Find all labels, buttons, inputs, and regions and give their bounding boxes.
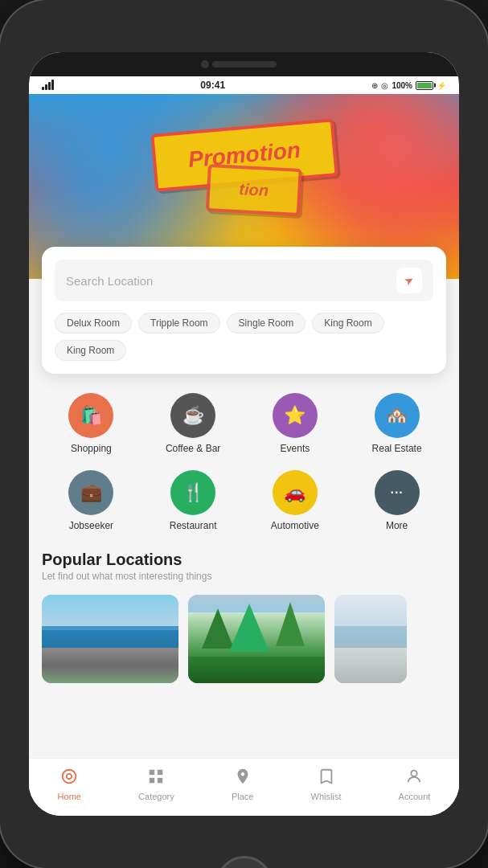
category-real-estate[interactable]: 🏘️ Real Estate [347, 387, 446, 461]
location-card-1[interactable] [42, 595, 178, 683]
location-icon: ⊕ [371, 81, 378, 90]
locations-row [29, 585, 459, 693]
speaker [212, 61, 277, 68]
category-automotive[interactable]: 🚗 Automotive [246, 464, 345, 538]
jobseeker-icon: 💼 [80, 482, 102, 503]
promo-sign2: tion [205, 164, 301, 216]
phone-screen: 09:41 ⊕ ◎ 100% ⚡ Promotion tion [29, 52, 459, 816]
more-icon: ··· [390, 485, 403, 500]
camera [201, 60, 209, 68]
account-icon [405, 768, 423, 789]
shopping-label: Shopping [71, 443, 112, 454]
coffee-icon-circle: ☕ [170, 393, 215, 438]
account-nav-label: Account [399, 792, 431, 801]
category-coffee-bar[interactable]: ☕ Coffee & Bar [144, 387, 243, 461]
automotive-label: Automotive [271, 520, 319, 531]
bottom-nav: Home Category Place [29, 758, 459, 816]
restaurant-icon-circle: 🍴 [170, 470, 215, 515]
automotive-icon: 🚗 [284, 482, 306, 503]
place-icon [234, 768, 252, 789]
home-nav-label: Home [58, 792, 81, 801]
category-more[interactable]: ··· More [347, 464, 446, 538]
home-icon [60, 768, 78, 789]
jobseeker-label: Jobseeker [69, 520, 113, 531]
search-placeholder[interactable]: Search Location [66, 274, 396, 288]
send-icon: ➤ [402, 272, 416, 289]
nav-home[interactable]: Home [48, 763, 91, 806]
search-card: Search Location ➤ Delux Room Tripple Roo… [42, 247, 446, 374]
nav-category[interactable]: Category [129, 763, 184, 806]
status-right-icons: ⊕ ◎ 100% ⚡ [371, 81, 446, 90]
phone-frame: 09:41 ⊕ ◎ 100% ⚡ Promotion tion [0, 0, 488, 868]
shopping-icon-circle: 🛍️ [68, 393, 113, 438]
nav-place[interactable]: Place [222, 763, 264, 806]
nav-account[interactable]: Account [389, 763, 441, 806]
status-bar: 09:41 ⊕ ◎ 100% ⚡ [29, 76, 459, 94]
automotive-icon-circle: 🚗 [273, 470, 318, 515]
forest-scene [188, 595, 325, 683]
events-label: Events [281, 443, 310, 454]
battery-icon [416, 81, 433, 90]
events-icon: ⭐ [284, 405, 306, 426]
location-send-button[interactable]: ➤ [396, 268, 422, 293]
more-icon-circle: ··· [375, 470, 420, 515]
category-restaurant[interactable]: 🍴 Restaurant [144, 464, 243, 538]
tag-king-room-2[interactable]: King Room [55, 340, 126, 361]
charging-icon: ⚡ [437, 81, 446, 90]
beach-scene [334, 595, 407, 683]
category-events[interactable]: ⭐ Events [246, 387, 345, 461]
more-label: More [386, 520, 408, 531]
real-estate-label: Real Estate [372, 443, 422, 454]
svg-rect-3 [158, 777, 162, 782]
jobseeker-icon-circle: 💼 [68, 470, 113, 515]
category-icon [147, 768, 165, 789]
wishlist-icon [318, 768, 335, 789]
svg-point-4 [412, 770, 417, 776]
screen-content: Promotion tion Search Location ➤ [29, 94, 459, 816]
real-estate-icon: 🏘️ [386, 405, 408, 426]
status-time: 09:41 [200, 80, 225, 91]
coffee-bar-label: Coffee & Bar [166, 443, 220, 454]
settings-icon: ◎ [381, 81, 388, 90]
tag-tripple-room[interactable]: Tripple Room [138, 313, 220, 334]
battery-percent: 100% [392, 81, 412, 90]
real-estate-icon-circle: 🏘️ [375, 393, 420, 438]
search-tags: Delux Room Tripple Room Single Room King… [55, 313, 433, 361]
nav-wishlist[interactable]: Whislist [301, 763, 351, 806]
home-button[interactable] [216, 856, 273, 868]
svg-rect-1 [158, 769, 162, 774]
ocean-scene [42, 595, 178, 683]
svg-rect-2 [150, 777, 154, 782]
events-icon-circle: ⭐ [273, 393, 318, 438]
whislist-nav-label: Whislist [311, 792, 342, 801]
tag-king-room-1[interactable]: King Room [312, 313, 383, 334]
location-card-2[interactable] [188, 595, 325, 683]
tag-single-room[interactable]: Single Room [227, 313, 306, 334]
restaurant-icon: 🍴 [182, 482, 204, 503]
tag-delux-room[interactable]: Delux Room [55, 313, 132, 334]
svg-rect-0 [150, 769, 154, 774]
restaurant-label: Restaurant [170, 520, 217, 531]
popular-title: Popular Locations [42, 551, 446, 569]
category-jobseeker[interactable]: 💼 Jobseeker [42, 464, 141, 538]
coffee-icon: ☕ [182, 405, 204, 426]
category-shopping[interactable]: 🛍️ Shopping [42, 387, 141, 461]
category-nav-label: Category [138, 792, 174, 801]
location-card-3[interactable] [334, 595, 407, 683]
categories-grid: 🛍️ Shopping ☕ Coffee & Bar ⭐ Events [29, 374, 459, 544]
search-input-row[interactable]: Search Location ➤ [55, 260, 433, 301]
phone-notch [29, 52, 459, 76]
popular-section-header: Popular Locations Let find out what most… [29, 544, 459, 585]
signal-icon [42, 80, 54, 90]
shopping-icon: 🛍️ [80, 405, 102, 426]
popular-subtitle: Let find out what most interesting thing… [42, 571, 446, 582]
place-nav-label: Place [232, 792, 254, 801]
